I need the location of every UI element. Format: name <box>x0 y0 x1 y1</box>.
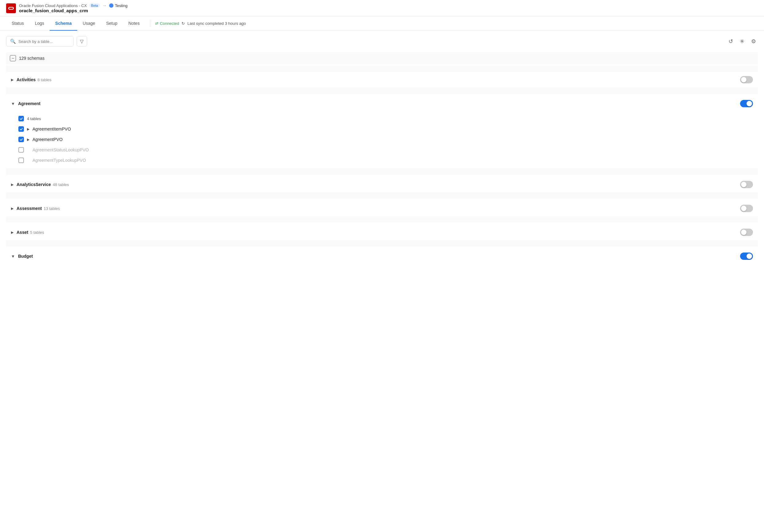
app-title-top: Oracle Fusion Cloud Applications - CX Be… <box>19 3 127 8</box>
checkmark-icon <box>20 138 23 141</box>
table-name-agreementstatuslookuppvo: AgreementStatusLookupPVO <box>33 147 89 152</box>
schema-name-analyticsservice: AnalyticsService <box>17 182 51 187</box>
testing-badge: Testing <box>109 3 127 8</box>
checkmark-icon <box>20 127 23 131</box>
tab-status[interactable]: Status <box>6 17 29 31</box>
schema-name-activities: Activities <box>17 77 36 82</box>
schema-name-asset: Asset <box>17 230 28 235</box>
toggle-activities[interactable] <box>740 76 753 84</box>
settings-icon: ⚙ <box>751 38 756 45</box>
expand-icon-assessment: ▶ <box>11 207 14 211</box>
schema-group-row-agreement[interactable]: ▼ Agreement <box>6 96 758 111</box>
schema-group-row-asset[interactable]: ▶ Asset 5 tables <box>6 225 758 240</box>
schema-name-assessment: Assessment <box>17 206 42 211</box>
schema-name-agreement: Agreement <box>18 101 41 106</box>
search-icon: 🔍 <box>10 39 16 44</box>
collapse-all-button[interactable]: − <box>10 55 16 61</box>
schema-header-row[interactable]: − 129 schemas <box>6 52 758 64</box>
separator <box>6 216 758 223</box>
asterisk-button[interactable]: ✳ <box>738 36 746 47</box>
app-title-group: Oracle Fusion Cloud Applications - CX Be… <box>19 3 127 13</box>
tab-setup[interactable]: Setup <box>100 17 123 31</box>
schema-count: 129 schemas <box>19 56 45 61</box>
expand-icon-budget: ▼ <box>11 254 15 259</box>
asterisk-icon: ✳ <box>740 38 744 45</box>
schema-group-budget: ▼ Budget <box>6 249 758 264</box>
toggle-assessment[interactable] <box>740 205 753 212</box>
sync-status: Last sync completed 3 hours ago <box>187 21 246 26</box>
oracle-logo-icon <box>8 5 14 12</box>
tab-logs[interactable]: Logs <box>29 17 50 31</box>
schema-group-row-assessment[interactable]: ▶ Assessment 13 tables <box>6 201 758 216</box>
table-row-agreementpvo: ▶ AgreementPVO <box>14 134 758 145</box>
schema-list: − 129 schemas ▶ Activities 8 tables ▼ Ag… <box>0 52 764 264</box>
search-input[interactable] <box>18 39 70 44</box>
expand-icon-agreementitempvo: ▶ <box>27 127 29 131</box>
app-title: Oracle Fusion Cloud Applications - CX <box>19 3 87 8</box>
schema-group-analyticsservice: ▶ AnalyticsService 48 tables <box>6 177 758 199</box>
checkbox-agreementstatuslookuppvo[interactable] <box>18 147 24 153</box>
expand-icon-analyticsservice: ▶ <box>11 183 14 187</box>
toolbar: 🔍 ▽ ↺ ✳ ⚙ <box>0 31 764 52</box>
separator <box>6 240 758 247</box>
table-name-agreementtypelookuppvo: AgreementTypeLookupPVO <box>33 158 86 163</box>
toggle-analyticsservice[interactable] <box>740 181 753 188</box>
schema-group-row-budget[interactable]: ▼ Budget <box>6 249 758 264</box>
schema-name-budget: Budget <box>18 254 33 259</box>
refresh-icon: ↺ <box>728 38 733 45</box>
schema-tables-count-asset: 5 tables <box>30 230 44 235</box>
tab-usage[interactable]: Usage <box>77 17 100 31</box>
svg-rect-1 <box>9 7 13 9</box>
settings-button[interactable]: ⚙ <box>749 36 758 47</box>
schema-expanded-agreement: 4 tables ▶ AgreementItemPVO <box>6 111 758 168</box>
expand-icon-agreement: ▼ <box>11 101 15 106</box>
testing-dot-icon <box>109 3 113 8</box>
tab-notes[interactable]: Notes <box>123 17 145 31</box>
schema-group-activities: ▶ Activities 8 tables <box>6 66 758 94</box>
checkmark-icon <box>20 117 23 120</box>
checkbox-agreementtypelookuppvo[interactable] <box>18 157 24 163</box>
testing-label: Testing <box>115 3 127 8</box>
filter-icon: ▽ <box>80 39 84 44</box>
filter-button[interactable]: ▽ <box>77 36 87 47</box>
separator <box>6 169 758 175</box>
schema-group-asset: ▶ Asset 5 tables <box>6 225 758 247</box>
beta-badge: Beta <box>89 3 100 8</box>
connected-label: Connected <box>160 21 179 26</box>
expand-icon-asset: ▶ <box>11 231 14 235</box>
expand-icon-agreementpvo: ▶ <box>27 138 29 142</box>
sync-icon: ↻ <box>181 21 185 26</box>
app-subtitle: oracle_fusion_cloud_apps_crm <box>19 8 127 13</box>
refresh-button[interactable]: ↺ <box>727 36 735 47</box>
table-row-agreementitempvo: ▶ AgreementItemPVO <box>14 124 758 134</box>
checkbox-agreementitempvo[interactable] <box>18 126 24 132</box>
checkbox-agreementpvo[interactable] <box>18 137 24 142</box>
tables-header: 4 tables <box>14 113 758 124</box>
schema-tables-count-analyticsservice: 48 tables <box>53 182 69 187</box>
schema-group-assessment: ▶ Assessment 13 tables <box>6 201 758 223</box>
schema-group-row-analyticsservice[interactable]: ▶ AnalyticsService 48 tables <box>6 177 758 192</box>
tab-schema[interactable]: Schema <box>50 17 77 31</box>
toggle-budget[interactable] <box>740 253 753 260</box>
expand-icon-activities: ▶ <box>11 78 14 82</box>
connected-icon: ⇄ <box>155 21 158 26</box>
search-box: 🔍 <box>6 36 74 47</box>
table-name-agreementpvo: AgreementPVO <box>33 137 63 142</box>
toggle-asset[interactable] <box>740 229 753 236</box>
app-logo <box>6 3 16 13</box>
connected-status: ⇄ Connected <box>155 21 179 26</box>
tables-count-agreement: 4 tables <box>27 116 41 121</box>
separator <box>6 192 758 199</box>
status-indicator: ⇄ Connected ↻ Last sync completed 3 hour… <box>155 21 246 26</box>
app-header: Oracle Fusion Cloud Applications - CX Be… <box>0 0 764 17</box>
minus-icon: − <box>12 56 14 61</box>
table-row-agreementstatuslookuppvo: ▶ AgreementStatusLookupPVO <box>14 145 758 155</box>
separator <box>6 66 758 72</box>
schema-tables-count-assessment: 13 tables <box>44 206 60 211</box>
schema-tables-count-activities: 8 tables <box>37 78 52 82</box>
schema-group-row-activities[interactable]: ▶ Activities 8 tables <box>6 72 758 87</box>
checkbox-all-agreement[interactable] <box>18 116 24 121</box>
separator <box>6 88 758 94</box>
table-name-agreementitempvo: AgreementItemPVO <box>33 126 71 131</box>
toggle-agreement[interactable] <box>740 100 753 107</box>
